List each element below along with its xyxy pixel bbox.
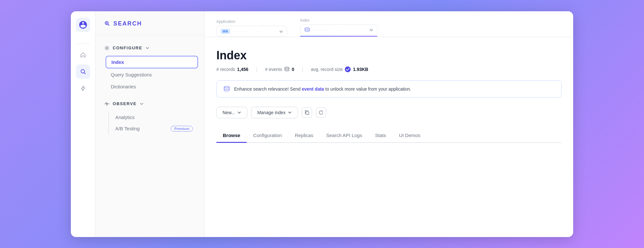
sidebar-item-bolt[interactable] (76, 81, 90, 95)
icon-sidebar-divider (77, 44, 90, 44)
action-row: New... Manage index (216, 107, 562, 118)
refresh-icon (318, 110, 324, 115)
gear-icon (104, 45, 109, 51)
configure-title: CONFIGURE (113, 45, 142, 50)
banner-db-icon (223, 86, 230, 92)
svg-point-7 (285, 67, 289, 68)
tab-browse[interactable]: Browse (216, 129, 247, 143)
nav-brand-text: SEARCH (113, 20, 142, 27)
tab-search-api-logs[interactable]: Search API Logs (320, 129, 369, 143)
application-selector[interactable]: WA ········ ··· (216, 26, 287, 37)
page-content: Index # records 1,456 | # events 0 (205, 37, 573, 237)
tab-ui-demos[interactable]: UI Demos (393, 129, 427, 143)
avg-size-stat: avg. record size 1.93KB (311, 66, 368, 73)
nav-item-ab-testing[interactable]: A/B Testing Premium (109, 123, 198, 134)
index-selector-wrapper: ········ ··· (300, 25, 377, 37)
new-chevron-icon (237, 111, 241, 114)
index-selector[interactable]: ········ ··· (300, 25, 377, 35)
svg-rect-0 (76, 18, 90, 32)
configure-section-header[interactable]: CONFIGURE (102, 43, 198, 53)
index-name2: ··· (341, 28, 367, 32)
banner-text-after: to unlock more value from your applicati… (324, 86, 411, 92)
configure-section: CONFIGURE Index Query Suggestions Dictio… (95, 43, 204, 92)
records-value: 1,456 (237, 67, 248, 72)
manage-index-button[interactable]: Manage index (251, 107, 298, 118)
svg-point-6 (305, 28, 309, 29)
observe-title: OBSERVE (113, 101, 137, 106)
check-circle-icon (345, 66, 351, 73)
nav-item-analytics[interactable]: Analytics (109, 112, 198, 123)
copy-button[interactable] (302, 107, 312, 118)
observe-nav-items: Analytics A/B Testing Premium (108, 112, 198, 134)
ab-testing-label: A/B Testing (115, 126, 140, 131)
events-stat: # events 0 (265, 67, 294, 72)
nav-item-query-suggestions[interactable]: Query Suggestions (106, 69, 198, 80)
svg-line-2 (84, 73, 85, 74)
sidebar-item-home[interactable] (76, 48, 90, 62)
events-value: 0 (292, 67, 294, 72)
wa-badge: WA (221, 29, 230, 34)
tabs-row: Browse Configuration Replicas Search API… (216, 129, 562, 143)
top-bar: Application WA ········ ··· Index (205, 11, 573, 37)
svg-rect-10 (306, 112, 309, 114)
records-stat: # records 1,456 (216, 67, 248, 72)
svg-point-9 (224, 86, 229, 88)
main-content: Application WA ········ ··· Index (205, 11, 573, 237)
application-chevron-icon (279, 29, 283, 33)
index-selector-group: Index ········ ··· (300, 18, 377, 37)
refresh-button[interactable] (316, 107, 326, 118)
icon-sidebar (71, 11, 95, 237)
application-name: ········ (233, 29, 253, 34)
tab-configuration[interactable]: Configuration (247, 129, 288, 143)
configure-nav-items: Index Query Suggestions Dictionaries (102, 56, 198, 92)
new-button[interactable]: New... (216, 107, 247, 118)
observe-chevron-icon (140, 102, 144, 106)
tab-stats[interactable]: Stats (369, 129, 393, 143)
manage-chevron-icon (288, 111, 292, 114)
index-db-icon (304, 27, 310, 32)
index-chevron-icon (369, 28, 373, 32)
observe-section: OBSERVE Analytics A/B Testing Premium (95, 99, 204, 134)
app-container: SEARCH CONFIGURE Index Query Suggestions… (71, 11, 573, 237)
info-banner: Enhance search relevance! Send event dat… (216, 80, 562, 98)
avg-size-value: 1.93KB (353, 67, 368, 72)
nav-item-dictionaries[interactable]: Dictionaries (106, 81, 198, 92)
premium-badge: Premium (171, 126, 193, 132)
db-events-icon (284, 67, 290, 72)
records-label: # records (216, 67, 235, 72)
svg-line-4 (108, 25, 109, 26)
search-nav-icon (104, 21, 110, 26)
events-label: # events (265, 67, 282, 72)
nav-brand: SEARCH (95, 20, 204, 35)
sidebar-item-search[interactable] (76, 64, 90, 79)
manage-index-label: Manage index (257, 110, 286, 115)
nav-item-index[interactable]: Index (106, 56, 198, 68)
svg-point-8 (345, 66, 351, 72)
stat-divider-2: | (302, 67, 303, 72)
stats-row: # records 1,456 | # events 0 | avg. reco… (216, 66, 562, 73)
copy-icon (304, 110, 309, 115)
brand-logo[interactable] (76, 18, 90, 32)
observe-section-header[interactable]: OBSERVE (102, 99, 198, 109)
application-label: Application (216, 19, 287, 24)
banner-text-before: Enhance search relevance! Send (234, 86, 302, 92)
banner-link[interactable]: event data (302, 86, 324, 92)
index-name: ········ (313, 27, 338, 32)
application-selector-group: Application WA ········ ··· (216, 19, 287, 37)
application-name2: ··· (256, 29, 277, 33)
svg-point-1 (81, 69, 84, 73)
page-title: Index (216, 49, 562, 62)
avg-size-label: avg. record size (311, 67, 343, 72)
pulse-icon (104, 101, 109, 106)
nav-sidebar: SEARCH CONFIGURE Index Query Suggestions… (95, 11, 205, 237)
index-label: Index (300, 18, 377, 23)
new-button-label: New... (223, 110, 235, 115)
svg-point-5 (106, 47, 108, 49)
configure-chevron-icon (146, 46, 149, 50)
banner-text: Enhance search relevance! Send event dat… (234, 86, 411, 92)
index-underline (300, 36, 377, 37)
tab-replicas[interactable]: Replicas (288, 129, 320, 143)
stat-divider-1: | (256, 67, 257, 72)
